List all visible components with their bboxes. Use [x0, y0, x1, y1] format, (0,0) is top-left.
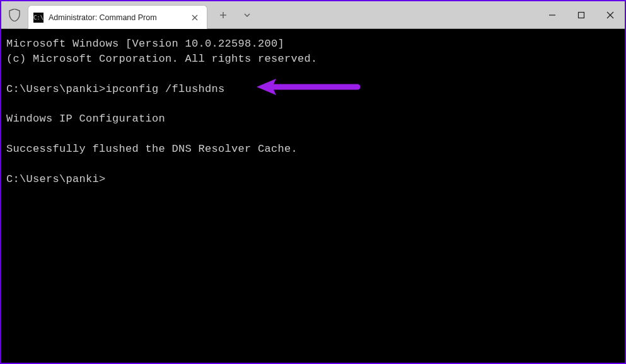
command-line-2: C:\Users\panki>	[6, 172, 620, 187]
blank-line	[6, 157, 620, 172]
cmd-icon-text: C:\	[33, 14, 43, 21]
blank-line	[6, 96, 620, 111]
terminal-body[interactable]: Microsoft Windows [Version 10.0.22598.20…	[1, 29, 625, 363]
window-controls	[538, 1, 625, 28]
tab-actions	[212, 1, 258, 28]
maximize-button[interactable]	[567, 1, 596, 29]
version-line: Microsoft Windows [Version 10.0.22598.20…	[6, 37, 620, 52]
command-text: ipconfig /flushdns	[106, 83, 225, 95]
tab-active[interactable]: C:\ Administrator: Command Prom	[28, 5, 207, 29]
prompt-1: C:\Users\panki>	[6, 83, 106, 95]
ip-config-header: Windows IP Configuration	[6, 111, 620, 127]
tab-close-button[interactable]	[189, 12, 200, 23]
terminal-window: C:\ Administrator: Command Prom	[1, 1, 625, 363]
cmd-icon: C:\	[33, 13, 43, 23]
titlebar: C:\ Administrator: Command Prom	[1, 1, 625, 29]
cursor	[106, 174, 112, 185]
annotation-arrow-icon	[253, 77, 361, 96]
tab-dropdown-button[interactable]	[236, 4, 258, 26]
blank-line	[6, 127, 620, 142]
prompt-2: C:\Users\panki>	[6, 173, 106, 185]
close-button[interactable]	[596, 1, 625, 29]
minimize-button[interactable]	[538, 1, 567, 29]
svg-rect-5	[579, 13, 584, 18]
result-line: Successfully flushed the DNS Resolver Ca…	[6, 142, 620, 157]
tab-title: Administrator: Command Prom	[49, 13, 185, 22]
shield-icon	[1, 1, 28, 28]
titlebar-spacer	[258, 1, 538, 28]
new-tab-button[interactable]	[212, 4, 234, 26]
copyright-line: (c) Microsoft Corporation. All rights re…	[6, 52, 620, 67]
